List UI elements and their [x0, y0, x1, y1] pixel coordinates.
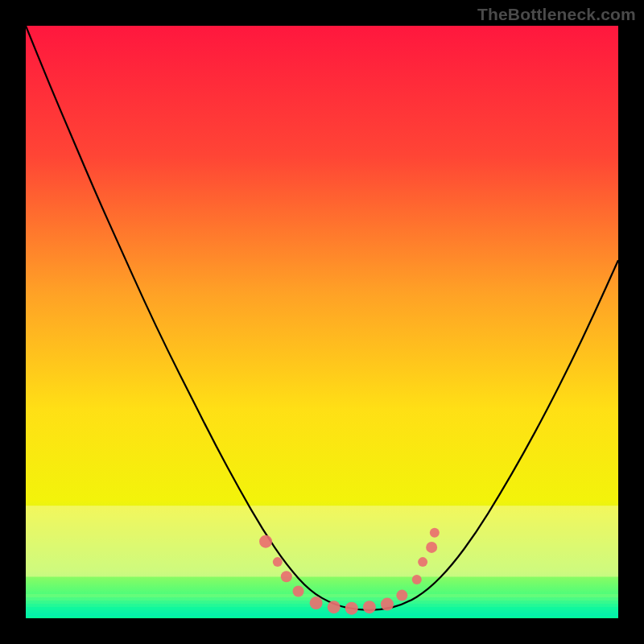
- svg-rect-5: [26, 610, 618, 613]
- highlight-marker: [363, 601, 376, 613]
- highlight-marker: [293, 586, 304, 597]
- highlight-marker: [345, 602, 358, 615]
- plot-area: [26, 26, 618, 618]
- highlight-marker: [328, 601, 341, 613]
- chart-svg: [26, 26, 618, 618]
- highlight-marker: [381, 598, 394, 611]
- highlight-marker: [259, 535, 272, 548]
- highlight-marker: [426, 542, 437, 553]
- highlight-marker: [310, 597, 323, 609]
- highlight-marker: [430, 528, 440, 538]
- watermark-text: TheBottleneck.com: [477, 5, 636, 24]
- highlight-marker: [273, 557, 283, 567]
- highlight-marker: [412, 575, 422, 584]
- highlight-marker: [281, 571, 292, 582]
- highlight-marker: [396, 590, 407, 601]
- pale-band: [26, 506, 618, 576]
- chart-frame: TheBottleneck.com: [0, 0, 644, 644]
- svg-rect-4: [26, 607, 618, 610]
- svg-rect-0: [26, 594, 618, 597]
- highlight-marker: [418, 557, 427, 567]
- svg-rect-6: [26, 613, 618, 617]
